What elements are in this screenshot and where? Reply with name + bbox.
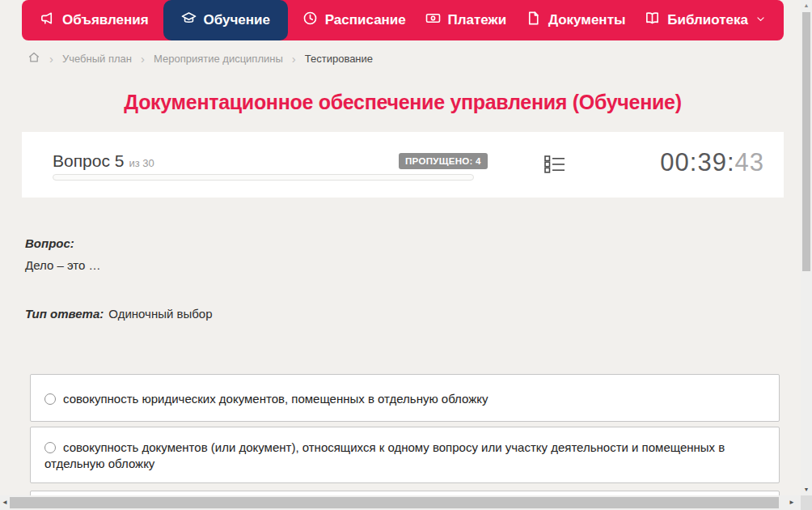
- page-title: Документационное обеспечение управления …: [22, 91, 784, 114]
- question-number-label: Вопрос 5: [53, 151, 124, 170]
- graduation-cap-icon: [181, 11, 197, 30]
- nav-item-label: Библиотека: [667, 12, 748, 28]
- nav-item-label: Объявления: [62, 12, 149, 28]
- question-label: Вопрос:: [25, 236, 74, 250]
- answer-option-2[interactable]: совокупность документов (или документ), …: [30, 427, 780, 483]
- document-icon: [526, 11, 541, 30]
- clock-icon: [302, 11, 318, 30]
- answer-type-label: Тип ответа:: [25, 307, 104, 321]
- scroll-left-arrow-icon[interactable]: ◄: [2, 495, 8, 510]
- breadcrumb: › Учебный план › Мероприятие дисциплины …: [27, 50, 373, 66]
- timer-main: 00:39:: [660, 148, 734, 176]
- question-list-icon[interactable]: [543, 153, 566, 176]
- answer-option-1[interactable]: совокупность юридических документов, пом…: [30, 374, 780, 422]
- nav-item-label: Документы: [548, 12, 626, 28]
- progress-bar: [53, 174, 474, 181]
- quiz-status-card: Вопрос 5из 30 ПРОПУЩЕНО: 4 00:39:43: [22, 132, 784, 198]
- breadcrumb-separator: ›: [49, 53, 53, 65]
- nav-item-schedule[interactable]: Расписание: [298, 0, 411, 40]
- vertical-scrollbar[interactable]: ▲ ▼: [801, 0, 812, 495]
- breadcrumb-item-discipline-event[interactable]: Мероприятие дисциплины: [154, 53, 283, 65]
- answer-type-value: Одиночный выбор: [108, 307, 212, 321]
- answer-type: Тип ответа:Одиночный выбор: [25, 307, 213, 321]
- question-text: Дело – это …: [25, 258, 100, 272]
- main-navbar: Объявления Обучение Расписание Платежи Д…: [22, 0, 784, 40]
- nav-item-training[interactable]: Обучение: [163, 0, 288, 40]
- horizontal-scrollbar[interactable]: ◄ ►: [0, 495, 801, 510]
- breadcrumb-separator: ›: [141, 53, 145, 65]
- nav-item-documents[interactable]: Документы: [521, 0, 631, 40]
- nav-item-payments[interactable]: Платежи: [421, 0, 512, 40]
- scroll-right-arrow-icon[interactable]: ►: [789, 495, 795, 510]
- radio-button[interactable]: [44, 442, 56, 453]
- radio-button[interactable]: [44, 393, 56, 405]
- scrollbar-corner: [801, 495, 812, 510]
- scroll-down-arrow-icon[interactable]: ▼: [801, 487, 812, 492]
- breadcrumb-item-curriculum[interactable]: Учебный план: [62, 53, 132, 65]
- scroll-up-arrow-icon[interactable]: ▲: [801, 2, 812, 8]
- answer-option-text: совокупность документов (или документ), …: [44, 440, 725, 470]
- vertical-scrollbar-thumb[interactable]: [802, 12, 810, 271]
- chevron-down-icon: [755, 12, 766, 28]
- nav-item-library[interactable]: Библиотека: [640, 0, 771, 40]
- page-content: Объявления Обучение Расписание Платежи Д…: [22, 0, 784, 510]
- home-icon[interactable]: [27, 51, 40, 66]
- banknote-icon: [425, 11, 441, 30]
- open-book-icon: [645, 11, 660, 30]
- breadcrumb-item-testing: Тестирование: [305, 53, 373, 65]
- megaphone-icon: [40, 11, 55, 30]
- timer: 00:39:43: [660, 148, 764, 177]
- breadcrumb-separator: ›: [292, 53, 296, 65]
- question-number: Вопрос 5из 30: [53, 151, 154, 171]
- skipped-badge: ПРОПУЩЕНО: 4: [399, 153, 488, 169]
- timer-seconds: 43: [735, 148, 764, 176]
- nav-item-announcements[interactable]: Объявления: [35, 0, 154, 40]
- answer-option-text: совокупность юридических документов, пом…: [63, 392, 488, 406]
- nav-item-label: Платежи: [448, 12, 507, 28]
- horizontal-scrollbar-thumb[interactable]: [10, 497, 779, 508]
- nav-item-label: Обучение: [204, 12, 270, 28]
- question-total: из 30: [129, 157, 154, 169]
- nav-item-label: Расписание: [325, 12, 406, 28]
